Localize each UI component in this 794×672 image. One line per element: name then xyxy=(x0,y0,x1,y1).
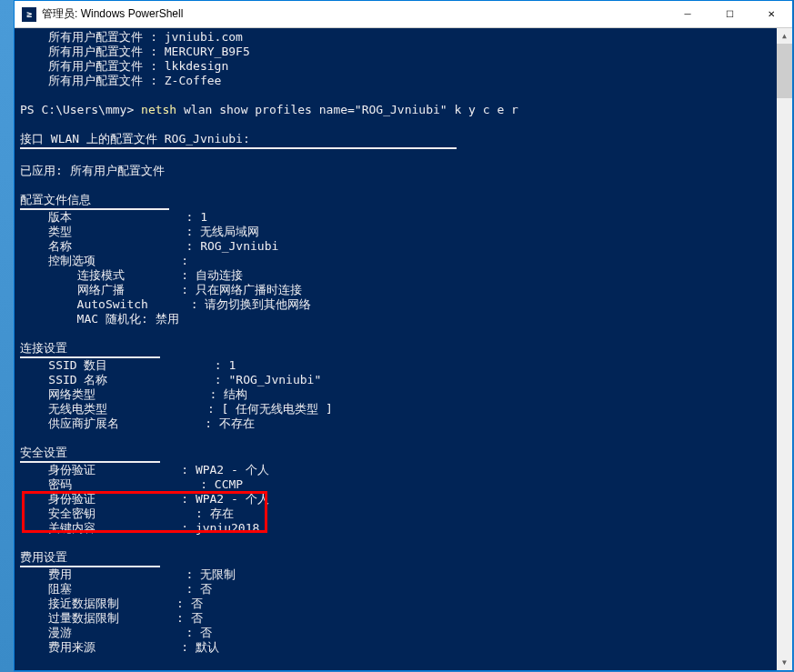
command-line: PS C:\Users\mmy> netsh wlan show profile… xyxy=(20,103,771,117)
sec-info-row: 密码 : CCMP xyxy=(20,477,771,492)
conn-info-row: 供应商扩展名 : 不存在 xyxy=(20,416,771,431)
sec-info-row: 关键内容 : jvniu2018 xyxy=(20,521,771,536)
scrollbar[interactable]: ▲ ▼ xyxy=(777,28,792,670)
profile-info-row: 版本 : 1 xyxy=(20,210,771,225)
cost-info-row: 接近数据限制 : 否 xyxy=(20,597,771,611)
scroll-down-arrow[interactable]: ▼ xyxy=(777,655,792,670)
section-heading-cost: 费用设置 xyxy=(20,550,771,567)
profile-info-row: 类型 : 无线局域网 xyxy=(20,225,771,239)
cost-info-row: 阻塞 : 否 xyxy=(20,582,771,597)
conn-info-row: 无线电类型 : [ 任何无线电类型 ] xyxy=(20,402,771,416)
applied-line: 已应用: 所有用户配置文件 xyxy=(20,164,771,178)
powershell-icon: ≥ xyxy=(22,7,36,22)
cost-info-row: 漫游 : 否 xyxy=(20,626,771,640)
profile-info-row: MAC 随机化: 禁用 xyxy=(20,312,771,326)
sec-info-row: 安全密钥 : 存在 xyxy=(20,507,771,521)
section-heading-sec: 安全设置 xyxy=(20,446,771,463)
netsh-command: netsh xyxy=(141,103,176,116)
scroll-thumb[interactable] xyxy=(777,44,792,98)
profile-line: 所有用户配置文件 : lkkdesign xyxy=(20,59,771,74)
scroll-track[interactable] xyxy=(777,44,792,655)
close-button[interactable]: ✕ xyxy=(750,1,792,28)
desktop-background xyxy=(0,0,14,672)
profile-info-row: 连接模式 : 自动连接 xyxy=(20,268,771,283)
cost-info-row: 费用来源 : 默认 xyxy=(20,640,771,655)
prompt-line: PS C:\Users\mmy> xyxy=(20,669,771,670)
scroll-up-arrow[interactable]: ▲ xyxy=(777,28,792,44)
profile-info-row: 名称 : ROG_Jvniubi xyxy=(20,239,771,254)
profile-line: 所有用户配置文件 : Z-Coffee xyxy=(20,74,771,88)
profile-line: 所有用户配置文件 : MERCURY_B9F5 xyxy=(20,45,771,59)
profile-info-row: 控制选项 : xyxy=(20,254,771,268)
minimize-button[interactable]: ─ xyxy=(667,1,709,28)
cost-info-row: 费用 : 无限制 xyxy=(20,567,771,582)
profile-line: 所有用户配置文件 : jvniubi.com xyxy=(20,30,771,45)
profile-info-row: 网络广播 : 只在网络广播时连接 xyxy=(20,283,771,297)
conn-info-row: 网络类型 : 结构 xyxy=(20,387,771,402)
cost-info-row: 过量数据限制 : 否 xyxy=(20,611,771,626)
conn-info-row: SSID 数目 : 1 xyxy=(20,358,771,373)
terminal-output[interactable]: 所有用户配置文件 : jvniubi.com 所有用户配置文件 : MERCUR… xyxy=(15,28,777,670)
maximize-button[interactable]: ☐ xyxy=(709,1,750,28)
section-heading-profile: 配置文件信息 xyxy=(20,193,771,210)
profile-info-row: AutoSwitch : 请勿切换到其他网络 xyxy=(20,297,771,312)
sec-info-row: 身份验证 : WPA2 - 个人 xyxy=(20,463,771,477)
conn-info-row: SSID 名称 : "ROG_Jvniubi" xyxy=(20,373,771,387)
sec-info-row: 身份验证 : WPA2 - 个人 xyxy=(20,492,771,507)
powershell-window: ≥ 管理员: Windows PowerShell ─ ☐ ✕ 所有用户配置文件… xyxy=(14,0,793,671)
titlebar[interactable]: ≥ 管理员: Windows PowerShell ─ ☐ ✕ xyxy=(15,1,792,28)
window-title: 管理员: Windows PowerShell xyxy=(42,6,183,22)
section-heading-conn: 连接设置 xyxy=(20,341,771,358)
interface-heading: 接口 WLAN 上的配置文件 ROG_Jvniubi: xyxy=(20,132,771,149)
